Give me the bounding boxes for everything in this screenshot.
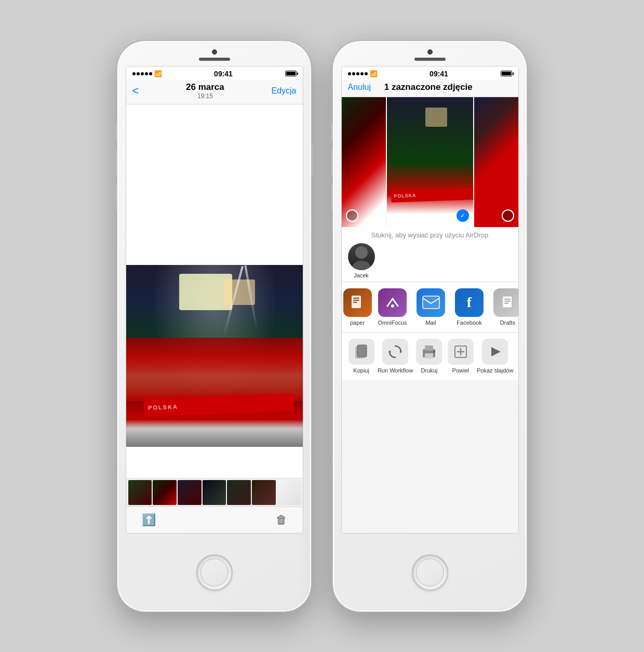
phone1-main-photo[interactable]: POLSKA: [126, 265, 303, 447]
airdrop-section: Stuknij, aby wysłać przy użyciu AirDrop: [342, 227, 518, 282]
share-app-omnifocus[interactable]: OmniFocus: [378, 288, 408, 326]
paper-icon: [343, 288, 372, 317]
foreground-crowd: [126, 414, 303, 447]
phone2-battery-icon: [501, 71, 512, 76]
svg-rect-20: [425, 345, 433, 351]
svg-point-6: [391, 304, 394, 308]
center-scoreboard: [425, 108, 447, 127]
svg-rect-13: [504, 301, 511, 302]
thumb-5[interactable]: [227, 480, 251, 505]
svg-rect-3: [353, 298, 359, 299]
omnifocus-icon: [378, 288, 407, 317]
speaker-icon: [199, 58, 230, 61]
phone2-top: [333, 41, 527, 61]
front-camera-icon: [212, 49, 217, 55]
thumb-3[interactable]: [178, 480, 202, 505]
action-drukuj[interactable]: Drukuj: [414, 339, 444, 374]
phone1-status-bar: 📶 09:41: [126, 66, 303, 80]
select-circle-center[interactable]: ✓: [457, 209, 469, 222]
phone1-home-button[interactable]: [196, 554, 233, 591]
thumb-2[interactable]: [153, 480, 177, 505]
svg-rect-7: [423, 296, 439, 309]
phone1-signal: 📶: [132, 70, 162, 77]
run-workflow-icon: [382, 339, 408, 365]
facebook-label: Facebook: [457, 320, 481, 326]
phone1-bottom-space: [126, 447, 303, 478]
phone2-battery: [501, 71, 512, 76]
select-circle-right[interactable]: [502, 209, 514, 222]
phone2-front-camera-icon: [427, 49, 433, 55]
phone2: 📶 09:41 Anuluj 1 zaznaczone zdjęcie: [332, 41, 527, 612]
share-apps-row: paper OmniFocus: [342, 282, 518, 332]
cancel-button[interactable]: Anuluj: [348, 83, 371, 92]
phone2-screen: 📶 09:41 Anuluj 1 zaznaczone zdjęcie: [341, 66, 519, 534]
omnifocus-label: OmniFocus: [378, 320, 407, 326]
phone1-edit-button[interactable]: Edycja: [271, 86, 296, 96]
crowd-overlay: [126, 338, 303, 402]
avatar-face: [348, 243, 375, 270]
photo-grid-left[interactable]: [342, 97, 386, 227]
phone2-home-button[interactable]: [412, 554, 448, 591]
airdrop-contacts: Jacek: [348, 243, 512, 278]
svg-rect-4: [353, 300, 359, 301]
contact-avatar-jacek: [348, 243, 375, 270]
photo-grid-center[interactable]: POLSKA ✓: [387, 97, 473, 227]
svg-point-1: [352, 261, 371, 270]
svg-point-0: [355, 246, 368, 259]
mail-label: Mail: [425, 320, 436, 326]
phone1-nav-title: 26 marca: [186, 82, 224, 92]
powiel-icon: [448, 339, 474, 365]
share-app-facebook[interactable]: f Facebook: [454, 288, 485, 326]
thumb-1[interactable]: [128, 480, 152, 505]
phone1-top: [117, 41, 311, 61]
svg-rect-21: [425, 353, 433, 358]
select-circle-left[interactable]: [346, 209, 358, 222]
photo-grid-right[interactable]: [474, 97, 518, 227]
phone1-thumbnail-strip: [126, 478, 303, 507]
share-button[interactable]: ⬆️: [142, 513, 156, 527]
phone1-top-space: [126, 104, 303, 265]
thumb-6[interactable]: [252, 480, 276, 505]
delete-button[interactable]: 🗑: [276, 513, 287, 527]
phone1-nav-subtitle: 19:15: [197, 92, 213, 100]
powiel-label: Powiel: [452, 367, 469, 374]
action-powiel[interactable]: Powiel: [446, 339, 476, 374]
contact-jacek[interactable]: Jacek: [348, 243, 375, 278]
svg-rect-5: [353, 302, 357, 303]
phone2-wifi-icon: 📶: [370, 70, 378, 77]
phone1-nav-bar: < 26 marca 19:15 Edycja: [126, 80, 303, 104]
action-run-workflow[interactable]: Run Workflow: [378, 339, 413, 374]
phone2-spacer: [342, 380, 518, 533]
action-pokaz-slajdow[interactable]: Pokaz slajdów: [477, 339, 513, 374]
contact-name-jacek: Jacek: [354, 272, 369, 278]
run-workflow-label: Run Workflow: [378, 367, 413, 374]
share-app-drafts[interactable]: Drafts: [493, 288, 518, 326]
svg-rect-14: [504, 303, 508, 304]
wifi-icon: 📶: [154, 70, 162, 77]
action-kopiuj[interactable]: Kopiuj: [346, 339, 377, 374]
svg-rect-11: [503, 296, 512, 308]
phone2-signal: 📶: [348, 70, 378, 77]
home-button-inner: [200, 558, 229, 587]
phone1-nav-center: 26 marca 19:15: [186, 82, 224, 100]
pokaz-slajdow-label: Pokaz slajdów: [477, 367, 513, 374]
center-banner-text: POLSKA: [394, 193, 417, 199]
share-app-paper[interactable]: paper: [346, 288, 369, 326]
kopiuj-label: Kopiuj: [353, 367, 369, 374]
checkmark-icon: ✓: [460, 212, 465, 219]
share-app-mail[interactable]: Mail: [416, 288, 446, 326]
phone2-status-bar: 📶 09:41: [342, 66, 518, 80]
thumb-4[interactable]: [203, 480, 226, 505]
phone2-time: 09:41: [430, 70, 448, 78]
phone2-home-button-inner: [416, 558, 444, 587]
thumb-7[interactable]: [277, 480, 301, 505]
phone1: 📶 09:41 < 26 marca 19:15 Edycja: [117, 41, 312, 612]
phone1-back-button[interactable]: <: [132, 84, 139, 98]
svg-rect-22: [433, 351, 435, 353]
drafts-icon: [493, 288, 518, 317]
phone1-screen: 📶 09:41 < 26 marca 19:15 Edycja: [126, 66, 303, 534]
banner-text: POLSKA: [147, 403, 178, 410]
drafts-label: Drafts: [500, 320, 515, 326]
kopiuj-icon: [348, 339, 374, 365]
phone2-bottom: [333, 534, 527, 611]
